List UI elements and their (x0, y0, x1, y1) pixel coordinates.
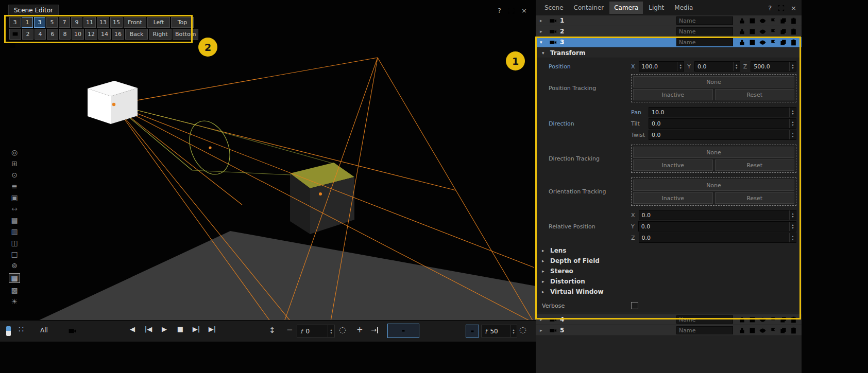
camera-target-icon[interactable]: ◎ (11, 149, 18, 156)
edit-icon[interactable] (748, 327, 756, 334)
stop-button[interactable]: ■ (175, 325, 186, 333)
position-y-field[interactable]: 0.0 (694, 61, 740, 72)
view-top-button[interactable]: Top (171, 17, 194, 28)
sun-icon[interactable]: ☀ (11, 298, 18, 306)
camera-button-2[interactable]: 2 (22, 29, 33, 40)
tracking-reset-button[interactable]: Reset (715, 159, 795, 171)
pan-field[interactable]: 10.0 (649, 107, 796, 117)
camera-button-16[interactable]: 16 (112, 29, 124, 40)
edit-icon[interactable] (748, 39, 756, 46)
camera-row-4[interactable]: ▸ 4 (536, 314, 802, 325)
stepper[interactable] (789, 108, 796, 117)
fps-fader-button[interactable] (466, 325, 479, 338)
clipboard-icon[interactable] (790, 39, 797, 46)
stepper[interactable] (733, 62, 740, 71)
chevron-right-icon[interactable]: ▸ (540, 317, 546, 322)
play-button[interactable]: ▶ (159, 325, 170, 333)
copy-icon[interactable] (779, 327, 787, 334)
chevron-down-icon[interactable]: ▾ (540, 40, 546, 45)
close-icon[interactable]: × (791, 4, 796, 12)
view-left-button[interactable]: Left (147, 17, 170, 28)
camera-button-14[interactable]: 14 (98, 29, 111, 40)
relative-z-field[interactable]: 0.0 (639, 233, 796, 243)
camera-name-input[interactable] (676, 16, 733, 25)
close-icon[interactable]: × (521, 7, 527, 14)
levels-icon[interactable]: ≡ (11, 183, 18, 190)
camera-button-7[interactable]: 7 (59, 17, 70, 28)
camera-row-2[interactable]: ▸ 2 (536, 26, 802, 37)
tab-camera[interactable]: Camera (609, 2, 643, 14)
lock-icon[interactable] (738, 39, 746, 46)
camera-button-11[interactable]: 11 (83, 17, 96, 28)
chevron-right-icon[interactable]: ▸ (540, 18, 546, 23)
screen-icon[interactable]: □ (11, 251, 18, 258)
camera-button-3[interactable]: 3 (34, 17, 45, 28)
bulb-icon[interactable]: ⊚ (11, 262, 18, 270)
go-to-marker-button[interactable]: → (371, 326, 378, 334)
flag-icon[interactable] (769, 28, 777, 35)
lock-icon[interactable] (738, 17, 746, 25)
tracking-none-button[interactable]: None (633, 180, 794, 191)
stepper[interactable] (789, 130, 796, 139)
group-icon[interactable]: ⊞ (11, 160, 18, 168)
help-icon[interactable]: ? (768, 4, 772, 12)
tracking-none-button[interactable]: None (633, 147, 794, 158)
view-bottom-button[interactable]: Bottom (173, 29, 198, 40)
flag-icon[interactable] (769, 39, 777, 46)
clipboard-icon[interactable] (790, 316, 797, 324)
fullscreen-icon[interactable] (777, 4, 785, 12)
tracking-inactive-button[interactable]: Inactive (633, 89, 713, 100)
camera-button-6[interactable]: 6 (47, 29, 58, 40)
tilt-field[interactable]: 0.0 (649, 118, 796, 129)
copy-icon[interactable] (779, 28, 787, 35)
stepper[interactable] (510, 325, 517, 337)
camera-row-3-selected[interactable]: ▾ 3 (536, 37, 802, 48)
tab-scene[interactable]: Scene (540, 2, 568, 14)
eye-icon[interactable] (759, 316, 767, 324)
camera-name-input[interactable] (676, 38, 733, 46)
eye-icon[interactable] (759, 17, 767, 25)
chart-icon[interactable]: ▩ (11, 287, 18, 294)
speed-field[interactable]: f 0 (297, 325, 335, 338)
camera-row-1[interactable]: ▸ 1 (536, 15, 802, 26)
section-depth-of-field[interactable]: ▸ Depth of Field (536, 256, 802, 266)
eye-icon[interactable] (759, 28, 767, 35)
view-back-button[interactable]: Back (125, 29, 148, 40)
tab-container[interactable]: Container (569, 2, 609, 14)
stepper[interactable] (789, 222, 796, 231)
flag-icon[interactable] (769, 327, 777, 334)
film-icon[interactable]: ▥ (11, 228, 18, 236)
camera-name-input[interactable] (676, 315, 733, 324)
timeline-scrubber-button[interactable] (387, 324, 419, 338)
help-icon[interactable]: ? (498, 7, 501, 14)
relative-x-field[interactable]: 0.0 (639, 210, 796, 220)
dock-handle-icon[interactable] (6, 326, 11, 336)
section-virtual-window[interactable]: ▸ Virtual Window (536, 287, 802, 297)
grid-icon[interactable]: ▦ (9, 273, 20, 283)
twist-field[interactable]: 0.0 (649, 130, 796, 140)
minus-button[interactable]: − (286, 325, 293, 334)
tracking-reset-button[interactable]: Reset (715, 192, 795, 204)
copy-icon[interactable] (779, 39, 787, 46)
camera-button-8[interactable]: 8 (59, 29, 71, 40)
edit-icon[interactable] (748, 28, 756, 35)
position-x-field[interactable]: 100.0 (639, 61, 685, 72)
camera-name-input[interactable] (676, 326, 733, 334)
camera-icon[interactable]: ▤ (11, 217, 18, 224)
plus-button[interactable]: + (356, 325, 363, 334)
lock-icon[interactable] (738, 28, 746, 35)
edit-icon[interactable] (748, 17, 756, 25)
camera-name-input[interactable] (676, 27, 733, 35)
marquee-select-icon[interactable] (9, 41, 16, 49)
view-right-button[interactable]: Right (149, 29, 172, 40)
position-z-field[interactable]: 500.0 (751, 61, 796, 72)
stepper[interactable] (789, 210, 796, 220)
all-label[interactable]: All (40, 327, 48, 334)
chevron-right-icon[interactable]: ▸ (540, 328, 546, 333)
camera-button-12[interactable]: 12 (85, 29, 97, 40)
fullscreen-icon[interactable] (507, 7, 515, 14)
copy-icon[interactable] (779, 316, 787, 324)
screen-mode-button[interactable] (9, 29, 21, 40)
stepper[interactable] (789, 233, 796, 242)
tab-light[interactable]: Light (644, 2, 669, 14)
